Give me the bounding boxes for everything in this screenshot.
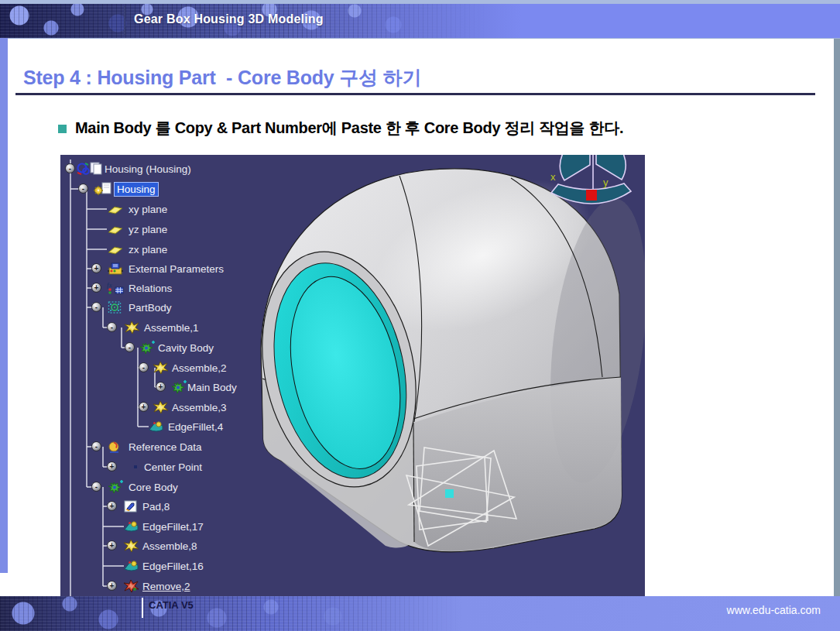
tree-item-remove-2[interactable]: +Remove,2	[60, 579, 645, 594]
tree-expand-handle[interactable]: -	[125, 342, 135, 352]
tree-item-label[interactable]: Reference Data	[129, 441, 202, 454]
catia-viewport[interactable]: x y	[60, 155, 645, 596]
slide-header: Gear Box Housing 3D Modeling	[0, 0, 840, 39]
step-title: Step 4 : Housing Part - Core Body 구성 하기	[23, 65, 421, 91]
tree-item-housing[interactable]: -Housing	[60, 182, 645, 197]
footer-url: www.edu-catia.com	[727, 604, 821, 616]
tree-item-label[interactable]: Main Body	[187, 381, 237, 394]
fil-icon	[123, 520, 140, 533]
tree-expand-handle[interactable]: +	[91, 283, 101, 293]
bullet-text: Main Body 를 Copy & Part Number에 Paste 한 …	[75, 118, 623, 139]
tree-item-label[interactable]: Core Body	[129, 481, 178, 494]
tree-item-label[interactable]: Assemble,8	[142, 540, 197, 553]
tree-expand-handle[interactable]: -	[91, 302, 101, 312]
plane-icon	[107, 202, 124, 216]
title-underline	[15, 93, 815, 95]
tree-item-assemble-8[interactable]: +Assemble,8	[60, 539, 645, 554]
tree-item-reference-data[interactable]: -Reference Data	[60, 440, 645, 454]
ref-icon	[107, 440, 124, 454]
tree-item-label[interactable]: xy plane	[129, 203, 167, 216]
tree-expand-handle[interactable]: +	[107, 461, 117, 472]
left-border-strip	[0, 38, 8, 573]
tree-item-label[interactable]: Pad,8	[142, 500, 170, 513]
part-icon	[93, 182, 113, 196]
tree-item-cavity-body[interactable]: -Cavity Body	[60, 341, 645, 355]
tree-item-assemble-2[interactable]: -Assemble,2	[60, 361, 645, 376]
tree-item-label[interactable]: Assemble,1	[144, 321, 199, 334]
slide-footer: CATIA V5 www.edu-catia.com	[0, 596, 840, 631]
tree-expand-handle[interactable]: -	[91, 482, 101, 492]
footer-brand: CATIA V5	[149, 599, 194, 611]
tree-item-relations[interactable]: +Relations	[60, 281, 645, 296]
tree-item-label[interactable]: yz plane	[129, 223, 167, 236]
footer-separator	[142, 598, 143, 618]
asm-icon	[153, 361, 170, 375]
tree-expand-handle[interactable]: -	[107, 322, 117, 332]
rem-icon	[123, 579, 140, 593]
rel-icon	[107, 281, 124, 295]
body-icon	[139, 341, 156, 355]
fil-icon	[123, 559, 140, 573]
tree-expand-handle[interactable]: +	[107, 540, 117, 550]
tree-item-assemble-3[interactable]: +Assemble,3	[60, 400, 645, 415]
tree-item-edgefillet-17[interactable]: EdgeFillet,17	[60, 520, 645, 534]
body-icon	[107, 480, 124, 494]
tree-item-yz-plane[interactable]: yz plane	[60, 222, 645, 237]
tree-item-label[interactable]: EdgeFillet,17	[142, 520, 204, 533]
plane-icon	[107, 222, 124, 236]
tree-item-core-body[interactable]: -Core Body	[60, 480, 645, 495]
tree-item-partbody[interactable]: -PartBody	[60, 300, 645, 315]
header-separator	[124, 6, 125, 35]
tree-item-xy-plane[interactable]: xy plane	[60, 202, 645, 217]
pb-icon	[107, 300, 124, 314]
tree-item-pad-8[interactable]: +Pad,8	[60, 499, 645, 514]
tree-item-label[interactable]: Relations	[129, 282, 172, 295]
tree-item-label[interactable]: Housing (Housing)	[105, 163, 191, 176]
tree-item-edgefillet-4[interactable]: EdgeFillet,4	[60, 420, 645, 434]
tree-item-center-point[interactable]: +Center Point	[60, 460, 645, 475]
tree-item-assemble-1[interactable]: -Assemble,1	[60, 321, 645, 335]
tree-item-label[interactable]: Center Point	[144, 461, 202, 474]
tree-expand-handle[interactable]: +	[91, 263, 101, 273]
asm-icon	[153, 400, 170, 414]
tree-item-label[interactable]: Assemble,2	[172, 362, 227, 375]
tree-item-label[interactable]: Housing	[115, 183, 158, 196]
tree-expand-handle[interactable]: +	[156, 382, 166, 392]
tree-item-label[interactable]: EdgeFillet,4	[168, 420, 223, 434]
bullet-marker	[58, 125, 67, 133]
asm-icon	[123, 539, 140, 553]
tree-item-label[interactable]: Assemble,3	[172, 401, 227, 414]
tree-item-edgefillet-16[interactable]: EdgeFillet,16	[60, 559, 645, 574]
tree-item-external-parameters[interactable]: +External Parameters	[60, 262, 645, 276]
tree-expand-handle[interactable]: -	[139, 362, 149, 372]
tree-item-label[interactable]: External Parameters	[129, 262, 224, 276]
tree-expand-handle[interactable]: -	[65, 163, 75, 173]
product-icon	[76, 162, 102, 176]
body-icon	[170, 380, 187, 394]
tree-item-label[interactable]: EdgeFillet,16	[142, 560, 204, 573]
tree-item-label[interactable]: zx plane	[129, 243, 167, 256]
tree-item-label[interactable]: Cavity Body	[158, 341, 214, 355]
pt-icon	[127, 460, 144, 474]
extp-icon	[107, 262, 124, 276]
fil-icon	[148, 420, 165, 434]
tree-item-label[interactable]: Remove,2	[142, 580, 190, 593]
tree-item-label[interactable]: PartBody	[129, 301, 172, 314]
right-border-strip	[834, 39, 840, 596]
tree-item-main-body[interactable]: +Main Body	[60, 380, 645, 395]
asm-icon	[124, 321, 141, 334]
tree-expand-handle[interactable]: +	[107, 501, 117, 511]
tree-expand-handle[interactable]: +	[139, 402, 149, 412]
tree-expand-handle[interactable]: +	[107, 581, 117, 591]
tree-item-zx-plane[interactable]: zx plane	[60, 242, 645, 257]
tree-expand-handle[interactable]: -	[78, 183, 88, 194]
tree-item-housing-housing[interactable]: -Housing (Housing)	[60, 162, 645, 177]
pad-icon	[123, 499, 140, 513]
header-title: Gear Box Housing 3D Modeling	[134, 12, 324, 26]
slide: Gear Box Housing 3D Modeling Step 4 : Ho…	[0, 0, 840, 631]
tree-expand-handle[interactable]: -	[91, 441, 101, 451]
plane-icon	[107, 242, 124, 256]
